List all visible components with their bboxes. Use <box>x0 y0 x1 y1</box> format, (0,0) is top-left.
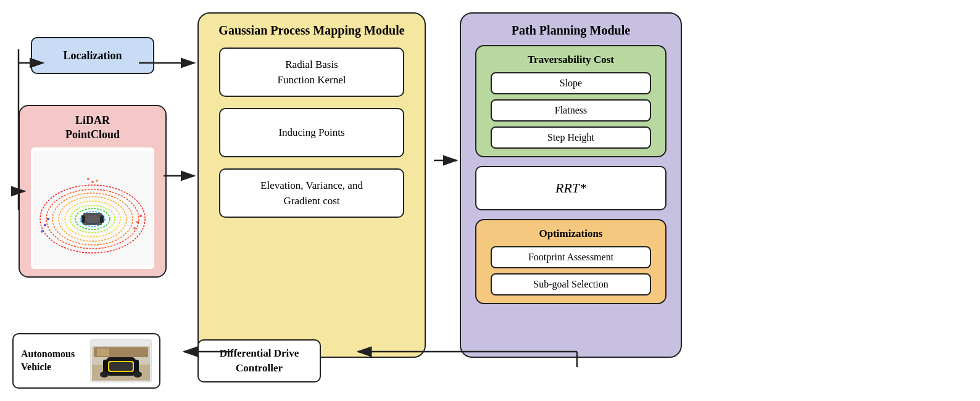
slope-label: Slope <box>560 78 582 89</box>
traversability-title: Traversability Cost <box>528 54 614 66</box>
optimizations-box: Optimizations Footprint Assessment Sub-g… <box>475 219 666 304</box>
autonomous-vehicle-box: Autonomous Vehicle <box>12 333 160 389</box>
svg-point-22 <box>85 214 88 218</box>
footprint-label: Footprint Assessment <box>528 252 613 263</box>
traversability-box: Traversability Cost Slope Flatness Step … <box>475 45 666 157</box>
localization-label: Localization <box>64 49 122 62</box>
inducing-points-box: Inducing Points <box>219 108 404 157</box>
lidar-text: LiDAR PointCloud <box>65 114 120 141</box>
lidar-image <box>31 147 154 269</box>
svg-rect-20 <box>81 215 85 223</box>
vehicle-image <box>90 339 152 382</box>
subgoal-label: Sub-goal Selection <box>533 279 608 290</box>
diff-drive-label: Differential Drive Controller <box>220 346 299 376</box>
gp-module-title: Gaussian Process Mapping Module <box>218 23 404 38</box>
vehicle-svg <box>91 340 151 382</box>
svg-point-16 <box>91 181 94 183</box>
svg-point-15 <box>133 227 136 229</box>
svg-rect-31 <box>109 362 133 371</box>
elevation-box: Elevation, Variance, and Gradient cost <box>219 168 404 218</box>
rbf-kernel-label: Radial Basis Function Kernel <box>278 57 346 88</box>
subgoal-box: Sub-goal Selection <box>491 273 651 296</box>
gp-module: Gaussian Process Mapping Module Radial B… <box>197 12 426 358</box>
path-module: Path Planning Module Traversability Cost… <box>460 12 682 358</box>
slope-box: Slope <box>491 72 651 94</box>
optimizations-title: Optimizations <box>539 228 603 240</box>
lidar-box: LiDAR PointCloud <box>19 105 167 278</box>
rrt-star-label: RRT* <box>555 180 586 196</box>
bottom-row: Autonomous Vehicle <box>12 333 321 389</box>
elevation-label: Elevation, Variance, and Gradient cost <box>260 178 363 209</box>
svg-point-23 <box>97 214 101 218</box>
lidar-label: LiDAR PointCloud <box>65 114 120 143</box>
inducing-points-label: Inducing Points <box>278 126 344 139</box>
step-height-box: Step Height <box>491 126 651 149</box>
svg-point-33 <box>133 371 142 378</box>
svg-rect-21 <box>100 215 104 223</box>
svg-point-14 <box>139 215 142 217</box>
footprint-box: Footprint Assessment <box>491 246 651 268</box>
step-height-label: Step Height <box>547 132 594 143</box>
path-module-container: Path Planning Module Traversability Cost… <box>460 12 694 358</box>
rbf-kernel-box: Radial Basis Function Kernel <box>219 48 404 97</box>
flatness-box: Flatness <box>491 99 651 122</box>
svg-rect-35 <box>97 349 109 356</box>
path-module-title: Path Planning Module <box>512 23 630 38</box>
svg-point-12 <box>41 230 43 233</box>
svg-point-18 <box>96 180 98 182</box>
localization-box: Localization <box>31 37 154 74</box>
autonomous-vehicle-label: Autonomous Vehicle <box>21 348 75 374</box>
rrt-box: RRT* <box>475 166 666 210</box>
lidar-pointcloud-svg <box>33 151 153 265</box>
svg-point-17 <box>87 178 89 180</box>
diff-drive-box: Differential Drive Controller <box>197 339 321 382</box>
svg-point-13 <box>136 221 139 223</box>
svg-point-11 <box>47 218 49 220</box>
gp-module-container: Gaussian Process Mapping Module Radial B… <box>197 12 432 358</box>
svg-point-10 <box>44 224 46 226</box>
flatness-label: Flatness <box>555 105 587 116</box>
svg-point-32 <box>100 371 109 378</box>
